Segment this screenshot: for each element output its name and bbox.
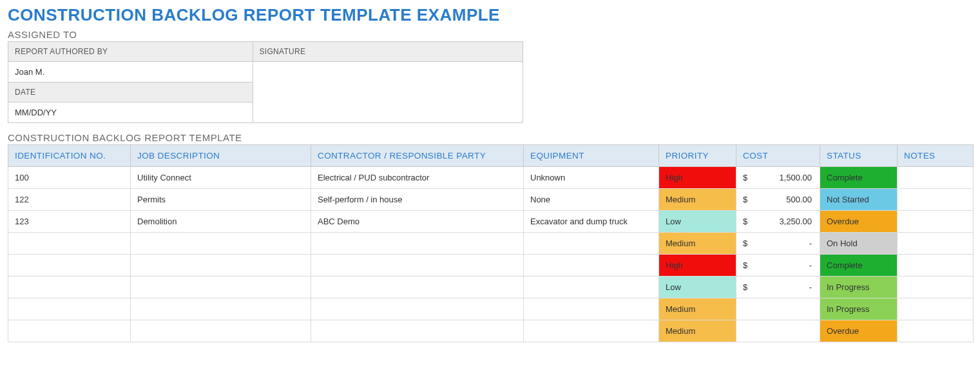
cell-equipment[interactable]: Excavator and dump truck [524,211,659,233]
backlog-header-row: IDENTIFICATION NO. JOB DESCRIPTION CONTR… [8,145,974,167]
cell-contractor[interactable]: ABC Demo [311,211,524,233]
cell-id[interactable]: 122 [8,189,131,211]
cell-id[interactable] [8,255,131,277]
backlog-heading: CONSTRUCTION BACKLOG REPORT TEMPLATE [8,132,972,143]
cost-value: 500.00 [743,195,812,204]
cell-job[interactable] [131,277,311,298]
backlog-table: IDENTIFICATION NO. JOB DESCRIPTION CONTR… [8,144,974,342]
table-row[interactable]: 122PermitsSelf-perform / in houseNoneMed… [8,189,974,211]
cell-cost[interactable]: $500.00 [736,189,820,211]
cell-status[interactable]: Not Started [820,189,898,211]
cell-cost[interactable]: $3,250.00 [736,211,820,233]
table-row[interactable]: Low$-In Progress [8,277,974,298]
cell-contractor[interactable] [311,277,524,298]
page-title: CONSTRUCTION BACKLOG REPORT TEMPLATE EXA… [8,5,972,25]
label-authored-by: REPORT AUTHORED BY [8,42,253,62]
cell-id[interactable]: 100 [8,167,131,189]
cell-status[interactable]: In Progress [820,298,898,320]
cell-contractor[interactable]: Self-perform / in house [311,189,524,211]
cell-id[interactable] [8,233,131,255]
table-row[interactable]: High$-Complete [8,255,974,277]
cell-job[interactable]: Utility Connect [131,167,311,189]
cell-priority[interactable]: Low [659,277,736,298]
assigned-heading: ASSIGNED TO [8,29,972,40]
cell-contractor[interactable] [311,233,524,255]
cell-priority[interactable]: Low [659,211,736,233]
cell-id[interactable] [8,277,131,298]
cell-priority[interactable]: Medium [659,320,736,342]
cell-notes[interactable] [898,320,974,342]
value-signature[interactable] [253,62,523,123]
value-authored-by[interactable]: Joan M. [8,62,253,83]
cell-notes[interactable] [898,189,974,211]
cell-id[interactable] [8,320,131,342]
cell-equipment[interactable] [524,277,659,298]
cell-priority[interactable]: Medium [659,233,736,255]
table-row[interactable]: MediumOverdue [8,320,974,342]
cell-priority[interactable]: Medium [659,298,736,320]
cell-contractor[interactable] [311,298,524,320]
cell-contractor[interactable] [311,255,524,277]
cell-job[interactable]: Demolition [131,211,311,233]
cell-notes[interactable] [898,233,974,255]
cell-notes[interactable] [898,167,974,189]
col-cost: COST [736,145,820,167]
col-id: IDENTIFICATION NO. [8,145,131,167]
cell-priority[interactable]: Medium [659,189,736,211]
cell-notes[interactable] [898,255,974,277]
currency-symbol: $ [743,282,747,292]
col-status: STATUS [820,145,898,167]
col-contractor: CONTRACTOR / RESPONSIBLE PARTY [311,145,524,167]
assigned-table: REPORT AUTHORED BY SIGNATURE Joan M. DAT… [8,41,523,123]
col-priority: PRIORITY [659,145,736,167]
cell-equipment[interactable] [524,298,659,320]
cost-value: - [743,260,812,270]
table-row[interactable]: Medium$-On Hold [8,233,974,255]
cell-status[interactable]: Complete [820,167,898,189]
cell-equipment[interactable] [524,320,659,342]
cell-job[interactable] [131,298,311,320]
cost-value: - [743,282,812,292]
cell-status[interactable]: On Hold [820,233,898,255]
table-row[interactable]: 100Utility ConnectElectrical / PUD subco… [8,167,974,189]
cell-cost[interactable]: $- [736,277,820,298]
cell-status[interactable]: Complete [820,255,898,277]
cell-equipment[interactable] [524,233,659,255]
cell-contractor[interactable] [311,320,524,342]
table-row[interactable]: MediumIn Progress [8,298,974,320]
cell-cost[interactable] [736,298,820,320]
cell-cost[interactable] [736,320,820,342]
currency-symbol: $ [743,260,747,270]
currency-symbol: $ [743,195,747,204]
cost-value: - [743,239,812,248]
cell-equipment[interactable]: Unknown [524,167,659,189]
cell-contractor[interactable]: Electrical / PUD subcontractor [311,167,524,189]
cell-id[interactable]: 123 [8,211,131,233]
cell-equipment[interactable] [524,255,659,277]
cell-cost[interactable]: $1,500.00 [736,167,820,189]
currency-symbol: $ [743,173,747,182]
cell-notes[interactable] [898,277,974,298]
cell-id[interactable] [8,298,131,320]
cell-job[interactable] [131,255,311,277]
cell-cost[interactable]: $- [736,233,820,255]
cell-job[interactable]: Permits [131,189,311,211]
cell-priority[interactable]: High [659,255,736,277]
cell-status[interactable]: Overdue [820,211,898,233]
cell-status[interactable]: Overdue [820,320,898,342]
cell-notes[interactable] [898,211,974,233]
cell-job[interactable] [131,233,311,255]
col-equipment: EQUIPMENT [524,145,659,167]
currency-symbol: $ [743,217,747,226]
cost-value: 1,500.00 [743,173,812,182]
cell-equipment[interactable]: None [524,189,659,211]
table-row[interactable]: 123DemolitionABC DemoExcavator and dump … [8,211,974,233]
cell-job[interactable] [131,320,311,342]
currency-symbol: $ [743,239,747,248]
cell-notes[interactable] [898,298,974,320]
cell-status[interactable]: In Progress [820,277,898,298]
col-job: JOB DESCRIPTION [131,145,311,167]
value-date[interactable]: MM/DD/YY [8,102,253,123]
cell-cost[interactable]: $- [736,255,820,277]
cell-priority[interactable]: High [659,167,736,189]
